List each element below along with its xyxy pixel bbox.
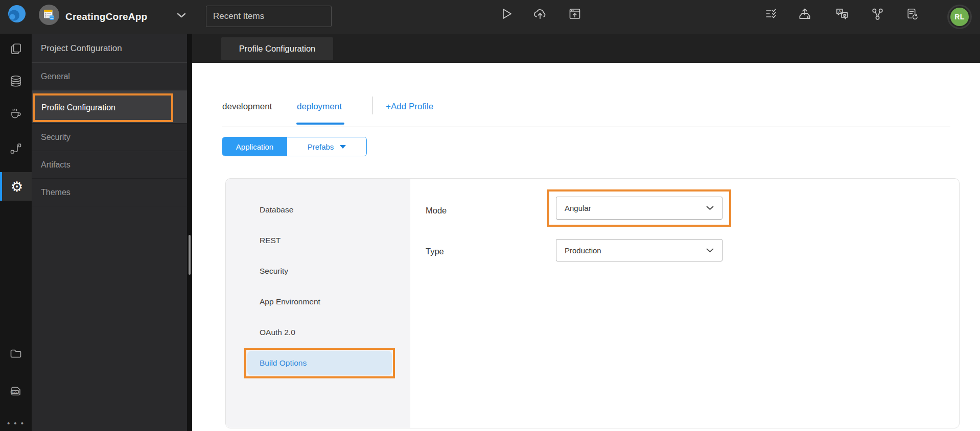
topbar: CreatingCoreApp: [0, 0, 980, 34]
rail-item-settings[interactable]: ⚙: [0, 172, 32, 201]
rail-item-java[interactable]: [0, 100, 32, 127]
deploy-button[interactable]: [532, 6, 548, 22]
jobs-button[interactable]: [763, 6, 779, 22]
run-button[interactable]: [498, 6, 514, 22]
project-menu-caret[interactable]: [177, 13, 186, 18]
play-icon: [499, 7, 513, 21]
sidebar-title: Project Configuration: [32, 34, 187, 63]
cloud-upload-icon: [532, 6, 548, 21]
orange-highlight-box: Angular: [547, 189, 731, 227]
app-window: CreatingCoreApp: [0, 0, 980, 431]
build-options-label: Build Options: [247, 358, 307, 368]
preview-button[interactable]: [567, 6, 583, 22]
rail-item-more[interactable]: • • •: [0, 409, 32, 431]
nav-item-build-options[interactable]: Build Options: [247, 351, 392, 375]
sync-button[interactable]: [904, 6, 920, 22]
type-label: Type: [426, 247, 444, 256]
sidebar-item-label: Profile Configuration: [35, 103, 115, 112]
orange-highlight-box: Profile Configuration: [33, 93, 173, 122]
tabs-rule: [222, 127, 950, 127]
log-label: LOG: [12, 391, 17, 393]
sidebar-item-artifacts[interactable]: Artifacts: [32, 151, 187, 179]
settings-category-nav: Database REST Security App Environment O…: [226, 179, 410, 428]
rail-item-files[interactable]: [0, 340, 32, 367]
rail-item-database[interactable]: [0, 67, 32, 95]
tab-development[interactable]: development: [222, 102, 272, 112]
sidebar-scrollbar-track: [187, 34, 192, 431]
open-tab-profile-configuration[interactable]: Profile Configuration: [221, 37, 333, 60]
mode-value: Angular: [565, 204, 591, 212]
file-sync-icon: [905, 7, 920, 21]
sidebar-item-security[interactable]: Security: [32, 124, 187, 151]
project-icon[interactable]: [39, 5, 59, 25]
translate-letter: A: [838, 9, 842, 14]
java-cup-icon: [9, 106, 23, 121]
log-file-icon: LOG: [9, 384, 23, 398]
tab-divider: [372, 97, 373, 114]
nav-item-rest[interactable]: REST: [226, 225, 410, 256]
sidebar-item-general[interactable]: General: [32, 63, 187, 90]
vcs-button[interactable]: [869, 6, 885, 22]
orange-highlight-box: Build Options: [244, 348, 395, 378]
active-tab-underline: [296, 123, 344, 125]
window-upload-icon: [568, 7, 582, 21]
nav-item-database[interactable]: Database: [226, 195, 410, 225]
mode-label: Mode: [426, 206, 447, 216]
pages-icon: [9, 42, 23, 56]
nav-item-security[interactable]: Security: [226, 256, 410, 286]
profile-settings-card: Database REST Security App Environment O…: [225, 178, 960, 428]
type-value: Production: [565, 246, 601, 255]
nav-item-oauth[interactable]: OAuth 2.0: [226, 317, 410, 348]
rail-item-apis[interactable]: [0, 135, 32, 162]
api-connector-icon: [9, 141, 23, 156]
chevron-down-icon: [706, 248, 714, 253]
settings-sidebar: Project Configuration General Profile Co…: [32, 34, 187, 431]
sidebar-scrollbar-thumb[interactable]: [189, 235, 191, 275]
recent-items-input[interactable]: [206, 6, 332, 27]
application-toggle-button[interactable]: Application: [222, 137, 287, 156]
open-tabs-strip: Profile Configuration: [192, 34, 980, 63]
rail-item-pages[interactable]: [0, 35, 32, 62]
avatar-initials: RL: [950, 8, 969, 26]
type-select[interactable]: Production: [556, 239, 722, 261]
caret-down-icon: [340, 145, 346, 149]
module-rail: ⚙ LOG • • •: [0, 34, 32, 431]
sidebar-item-themes[interactable]: Themes: [32, 179, 187, 206]
rail-item-logs[interactable]: LOG: [0, 377, 32, 405]
language-bubbles-icon: A: [834, 6, 850, 21]
sidebar-item-profile-configuration[interactable]: Profile Configuration: [32, 90, 187, 124]
chevron-down-icon: [706, 206, 714, 210]
target-toggle: Application Prefabs: [222, 137, 367, 156]
tab-deployment[interactable]: deployment: [297, 102, 342, 112]
project-list-icon: [42, 8, 56, 21]
nav-item-app-environment[interactable]: App Environment: [226, 286, 410, 317]
mini-database-icon: [50, 15, 54, 20]
export-button[interactable]: [797, 6, 813, 22]
prefabs-toggle-button[interactable]: Prefabs: [287, 137, 366, 156]
checklist-icon: [764, 7, 778, 21]
gear-icon: ⚙: [11, 180, 23, 194]
wave-icon: [6, 3, 28, 25]
translate-button[interactable]: A: [834, 6, 850, 22]
wavemaker-logo-icon[interactable]: [6, 3, 28, 25]
project-name[interactable]: CreatingCoreApp: [65, 0, 147, 34]
ellipsis-icon: • • •: [7, 419, 25, 427]
export-drive-icon: [797, 6, 812, 21]
share-nodes-icon: [870, 7, 885, 21]
profile-configuration-panel: development deployment +Add Profile Appl…: [192, 63, 980, 431]
prefabs-label: Prefabs: [308, 142, 334, 151]
mode-select[interactable]: Angular: [556, 197, 722, 220]
user-avatar[interactable]: RL: [947, 5, 972, 29]
chevron-down-icon: [177, 13, 186, 18]
add-profile-button[interactable]: +Add Profile: [386, 102, 433, 112]
database-icon: [9, 74, 23, 88]
folder-icon: [9, 346, 23, 361]
